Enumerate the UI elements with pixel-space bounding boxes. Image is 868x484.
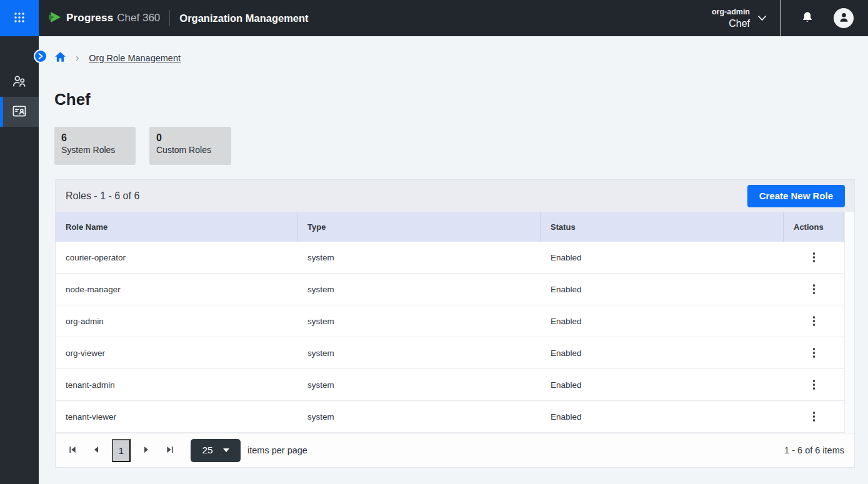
role-name-cell: org-admin — [56, 305, 297, 337]
next-page-button[interactable] — [134, 439, 158, 462]
page-size-value: 25 — [202, 445, 212, 456]
sidebar — [0, 36, 39, 484]
role-type-cell: system — [297, 305, 541, 337]
last-page-button[interactable] — [158, 439, 182, 462]
system-roles-count: 6 — [61, 132, 129, 144]
custom-roles-card: 0 Custom Roles — [149, 127, 231, 165]
breadcrumb: › Org Role Management — [55, 51, 181, 66]
table-row[interactable]: node-manager system Enabled — [56, 274, 844, 305]
row-actions-kebab-icon[interactable] — [806, 376, 823, 393]
breadcrumb-separator: › — [76, 52, 79, 64]
last-page-icon — [166, 446, 174, 455]
notifications-button[interactable] — [800, 10, 815, 27]
first-page-button[interactable] — [61, 439, 84, 462]
role-status-cell: Enabled — [541, 369, 784, 400]
sidebar-expand-button[interactable] — [34, 49, 47, 63]
chevron-down-icon — [757, 14, 767, 23]
roles-panel-header: Roles - 1 - 6 of 6 Create New Role — [56, 180, 854, 212]
custom-roles-label: Custom Roles — [156, 145, 224, 155]
table-row[interactable]: tenant-admin system Enabled — [56, 369, 844, 401]
avatar[interactable] — [834, 8, 854, 28]
current-page-button[interactable]: 1 — [112, 439, 131, 462]
system-roles-card: 6 System Roles — [54, 127, 136, 165]
home-icon — [55, 52, 66, 64]
column-header-type[interactable]: Type — [297, 212, 541, 242]
org-switcher[interactable]: org-admin Chef — [712, 7, 767, 29]
role-name-cell: courier-operator — [56, 242, 297, 273]
role-status-cell: Enabled — [541, 305, 784, 337]
page-size-select[interactable]: 25 — [191, 439, 241, 462]
row-actions-kebab-icon[interactable] — [806, 408, 823, 425]
org-switcher-role: org-admin — [712, 7, 750, 16]
role-type-cell: system — [297, 242, 541, 273]
row-actions-kebab-icon[interactable] — [806, 312, 823, 330]
stat-cards: 6 System Roles 0 Custom Roles — [54, 127, 231, 165]
table-header-row: Role Name Type Status Actions — [56, 212, 844, 242]
role-name-cell: org-viewer — [56, 337, 297, 368]
progress-chef-logo-icon — [48, 11, 62, 26]
page-title: Chef — [54, 90, 91, 109]
table-row[interactable]: org-admin system Enabled — [56, 305, 844, 337]
table-scrollbar[interactable] — [844, 212, 854, 433]
app-launcher-button[interactable] — [0, 0, 39, 36]
next-page-icon — [142, 446, 150, 455]
home-breadcrumb-link[interactable] — [55, 52, 66, 64]
role-status-cell: Enabled — [541, 274, 784, 305]
active-indicator — [0, 97, 3, 127]
column-header-status[interactable]: Status — [541, 212, 784, 242]
users-icon — [11, 73, 27, 91]
bell-icon — [800, 10, 815, 27]
breadcrumb-current-link[interactable]: Org Role Management — [89, 53, 181, 63]
table-row[interactable]: org-viewer system Enabled — [56, 337, 844, 369]
roles-panel: Roles - 1 - 6 of 6 Create New Role Role … — [55, 179, 855, 468]
pagination-bar: 1 25 items per page 1 - 6 of 6 items — [56, 433, 854, 467]
role-name-cell: tenant-admin — [56, 369, 297, 400]
user-icon — [838, 11, 850, 25]
previous-page-icon — [92, 446, 100, 455]
custom-roles-count: 0 — [156, 132, 224, 144]
role-status-cell: Enabled — [541, 401, 784, 432]
role-status-cell: Enabled — [541, 242, 784, 273]
topbar-divider — [169, 10, 170, 26]
role-name-cell: tenant-viewer — [56, 401, 297, 432]
sidebar-item-roles[interactable] — [0, 97, 39, 127]
row-actions-kebab-icon[interactable] — [806, 280, 823, 298]
role-type-cell: system — [297, 274, 541, 305]
items-per-page-label: items per page — [247, 445, 307, 455]
id-badge-icon — [11, 103, 27, 121]
role-type-cell: system — [297, 401, 541, 432]
table-row[interactable]: tenant-viewer system Enabled — [56, 401, 844, 433]
row-actions-kebab-icon[interactable] — [806, 249, 823, 266]
role-type-cell: system — [297, 337, 541, 368]
role-status-cell: Enabled — [541, 337, 784, 368]
system-roles-label: System Roles — [61, 145, 129, 155]
topbar-divider — [781, 0, 781, 36]
waffle-icon — [13, 11, 26, 26]
roles-table: Role Name Type Status Actions courier-op… — [56, 212, 854, 433]
app-title: Organization Management — [179, 12, 308, 24]
table-body: courier-operator system Enabled node-man… — [56, 242, 854, 433]
brand-progress: Progress — [66, 12, 113, 24]
roles-panel-title: Roles - 1 - 6 of 6 — [66, 190, 139, 202]
items-range-label: 1 - 6 of 6 items — [784, 445, 844, 455]
row-actions-kebab-icon[interactable] — [806, 344, 823, 362]
brand-product: Chef 360 — [117, 12, 160, 24]
sidebar-item-users[interactable] — [0, 67, 39, 97]
chevron-right-icon — [38, 52, 43, 61]
org-switcher-org: Chef — [729, 18, 750, 29]
first-page-icon — [69, 446, 76, 455]
create-new-role-button[interactable]: Create New Role — [747, 185, 845, 207]
previous-page-button[interactable] — [84, 439, 108, 462]
role-name-cell: node-manager — [56, 274, 297, 305]
role-type-cell: system — [297, 369, 541, 400]
column-header-role-name[interactable]: Role Name — [56, 212, 297, 242]
top-bar: Progress Chef 360 Organization Managemen… — [0, 0, 868, 36]
caret-down-icon — [223, 448, 229, 452]
column-header-actions: Actions — [784, 212, 844, 242]
table-row[interactable]: courier-operator system Enabled — [56, 242, 844, 274]
brand-logo: Progress Chef 360 — [48, 11, 160, 26]
